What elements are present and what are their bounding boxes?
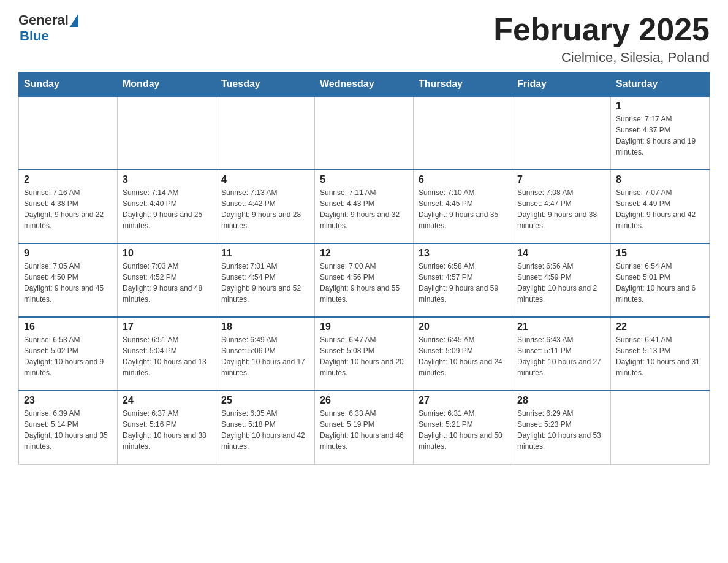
calendar-cell: 22Sunrise: 6:41 AMSunset: 5:13 PMDayligh…: [611, 317, 710, 391]
day-number: 5: [320, 174, 408, 185]
logo-triangle-icon: [70, 13, 78, 27]
calendar-cell: 26Sunrise: 6:33 AMSunset: 5:19 PMDayligh…: [315, 391, 414, 464]
day-number: 10: [123, 248, 211, 259]
day-number: 9: [24, 248, 112, 259]
day-number: 13: [419, 248, 507, 259]
day-number: 8: [616, 174, 704, 185]
calendar-cell: 16Sunrise: 6:53 AMSunset: 5:02 PMDayligh…: [19, 317, 118, 391]
column-header-saturday: Saturday: [611, 72, 710, 97]
calendar-cell: 2Sunrise: 7:16 AMSunset: 4:38 PMDaylight…: [19, 170, 118, 243]
logo: General Blue: [18, 12, 78, 44]
calendar-cell: 10Sunrise: 7:03 AMSunset: 4:52 PMDayligh…: [118, 243, 216, 317]
day-number: 18: [221, 321, 309, 332]
calendar-cell: 23Sunrise: 6:39 AMSunset: 5:14 PMDayligh…: [19, 391, 118, 464]
calendar-cell: 14Sunrise: 6:56 AMSunset: 4:59 PMDayligh…: [512, 243, 611, 317]
calendar-cell: 24Sunrise: 6:37 AMSunset: 5:16 PMDayligh…: [118, 391, 216, 464]
day-info: Sunrise: 6:54 AMSunset: 5:01 PMDaylight:…: [616, 261, 704, 305]
calendar-cell: 18Sunrise: 6:49 AMSunset: 5:06 PMDayligh…: [216, 317, 315, 391]
logo-general-text: General: [18, 12, 69, 28]
calendar-cell: 3Sunrise: 7:14 AMSunset: 4:40 PMDaylight…: [118, 170, 216, 243]
day-info: Sunrise: 6:43 AMSunset: 5:11 PMDaylight:…: [517, 334, 605, 378]
calendar-cell: 8Sunrise: 7:07 AMSunset: 4:49 PMDaylight…: [611, 170, 710, 243]
day-number: 6: [419, 174, 507, 185]
calendar-cell: 19Sunrise: 6:47 AMSunset: 5:08 PMDayligh…: [315, 317, 414, 391]
day-number: 16: [24, 321, 112, 332]
calendar-cell: [414, 96, 512, 170]
day-info: Sunrise: 6:49 AMSunset: 5:06 PMDaylight:…: [221, 334, 309, 378]
calendar-cell: 5Sunrise: 7:11 AMSunset: 4:43 PMDaylight…: [315, 170, 414, 243]
day-info: Sunrise: 7:16 AMSunset: 4:38 PMDaylight:…: [24, 187, 112, 231]
column-header-sunday: Sunday: [19, 72, 118, 97]
day-info: Sunrise: 7:08 AMSunset: 4:47 PMDaylight:…: [517, 187, 605, 231]
calendar-header-row: SundayMondayTuesdayWednesdayThursdayFrid…: [19, 72, 710, 97]
calendar-cell: 7Sunrise: 7:08 AMSunset: 4:47 PMDaylight…: [512, 170, 611, 243]
column-header-monday: Monday: [118, 72, 216, 97]
day-info: Sunrise: 6:31 AMSunset: 5:21 PMDaylight:…: [419, 408, 507, 452]
day-info: Sunrise: 7:07 AMSunset: 4:49 PMDaylight:…: [616, 187, 704, 231]
calendar-cell: [315, 96, 414, 170]
day-number: 21: [517, 321, 605, 332]
calendar-week-row: 23Sunrise: 6:39 AMSunset: 5:14 PMDayligh…: [19, 391, 710, 464]
day-info: Sunrise: 7:17 AMSunset: 4:37 PMDaylight:…: [616, 113, 704, 158]
day-info: Sunrise: 6:35 AMSunset: 5:18 PMDaylight:…: [221, 408, 309, 452]
day-number: 22: [616, 321, 704, 332]
calendar-title: February 2025: [493, 12, 710, 47]
calendar-cell: 27Sunrise: 6:31 AMSunset: 5:21 PMDayligh…: [414, 391, 512, 464]
calendar-cell: 4Sunrise: 7:13 AMSunset: 4:42 PMDaylight…: [216, 170, 315, 243]
day-number: 3: [123, 174, 211, 185]
calendar-week-row: 2Sunrise: 7:16 AMSunset: 4:38 PMDaylight…: [19, 170, 710, 243]
calendar-cell: 13Sunrise: 6:58 AMSunset: 4:57 PMDayligh…: [414, 243, 512, 317]
day-number: 1: [616, 101, 704, 112]
calendar-cell: 21Sunrise: 6:43 AMSunset: 5:11 PMDayligh…: [512, 317, 611, 391]
calendar-cell: 1Sunrise: 7:17 AMSunset: 4:37 PMDaylight…: [611, 96, 710, 170]
calendar-cell: [512, 96, 611, 170]
day-info: Sunrise: 7:10 AMSunset: 4:45 PMDaylight:…: [419, 187, 507, 231]
day-number: 4: [221, 174, 309, 185]
day-number: 25: [221, 395, 309, 406]
calendar-week-row: 1Sunrise: 7:17 AMSunset: 4:37 PMDaylight…: [19, 96, 710, 170]
day-info: Sunrise: 6:39 AMSunset: 5:14 PMDaylight:…: [24, 408, 112, 452]
day-number: 7: [517, 174, 605, 185]
calendar-week-row: 16Sunrise: 6:53 AMSunset: 5:02 PMDayligh…: [19, 317, 710, 391]
day-info: Sunrise: 7:05 AMSunset: 4:50 PMDaylight:…: [24, 261, 112, 305]
day-info: Sunrise: 6:37 AMSunset: 5:16 PMDaylight:…: [123, 408, 211, 452]
day-number: 17: [123, 321, 211, 332]
day-info: Sunrise: 6:47 AMSunset: 5:08 PMDaylight:…: [320, 334, 408, 378]
day-info: Sunrise: 7:13 AMSunset: 4:42 PMDaylight:…: [221, 187, 309, 231]
day-number: 23: [24, 395, 112, 406]
day-number: 14: [517, 248, 605, 259]
calendar-cell: 17Sunrise: 6:51 AMSunset: 5:04 PMDayligh…: [118, 317, 216, 391]
day-number: 20: [419, 321, 507, 332]
calendar-cell: 25Sunrise: 6:35 AMSunset: 5:18 PMDayligh…: [216, 391, 315, 464]
day-info: Sunrise: 6:56 AMSunset: 4:59 PMDaylight:…: [517, 261, 605, 305]
day-info: Sunrise: 7:01 AMSunset: 4:54 PMDaylight:…: [221, 261, 309, 305]
calendar-cell: [611, 391, 710, 464]
day-number: 2: [24, 174, 112, 185]
calendar-cell: 6Sunrise: 7:10 AMSunset: 4:45 PMDaylight…: [414, 170, 512, 243]
calendar-cell: 20Sunrise: 6:45 AMSunset: 5:09 PMDayligh…: [414, 317, 512, 391]
day-info: Sunrise: 6:51 AMSunset: 5:04 PMDaylight:…: [123, 334, 211, 378]
calendar-cell: 9Sunrise: 7:05 AMSunset: 4:50 PMDaylight…: [19, 243, 118, 317]
calendar-cell: [216, 96, 315, 170]
day-info: Sunrise: 7:03 AMSunset: 4:52 PMDaylight:…: [123, 261, 211, 305]
column-header-tuesday: Tuesday: [216, 72, 315, 97]
logo-blue-text: Blue: [20, 28, 49, 44]
day-number: 12: [320, 248, 408, 259]
day-number: 27: [419, 395, 507, 406]
calendar-week-row: 9Sunrise: 7:05 AMSunset: 4:50 PMDaylight…: [19, 243, 710, 317]
column-header-thursday: Thursday: [414, 72, 512, 97]
column-header-friday: Friday: [512, 72, 611, 97]
calendar-cell: 11Sunrise: 7:01 AMSunset: 4:54 PMDayligh…: [216, 243, 315, 317]
title-block: February 2025 Cielmice, Silesia, Poland: [493, 12, 710, 66]
day-number: 28: [517, 395, 605, 406]
day-info: Sunrise: 6:33 AMSunset: 5:19 PMDaylight:…: [320, 408, 408, 452]
day-info: Sunrise: 6:53 AMSunset: 5:02 PMDaylight:…: [24, 334, 112, 378]
calendar-cell: 12Sunrise: 7:00 AMSunset: 4:56 PMDayligh…: [315, 243, 414, 317]
day-number: 11: [221, 248, 309, 259]
calendar-subtitle: Cielmice, Silesia, Poland: [493, 50, 710, 66]
day-number: 26: [320, 395, 408, 406]
day-info: Sunrise: 6:45 AMSunset: 5:09 PMDaylight:…: [419, 334, 507, 378]
column-header-wednesday: Wednesday: [315, 72, 414, 97]
calendar-table: SundayMondayTuesdayWednesdayThursdayFrid…: [18, 72, 710, 465]
calendar-cell: [118, 96, 216, 170]
